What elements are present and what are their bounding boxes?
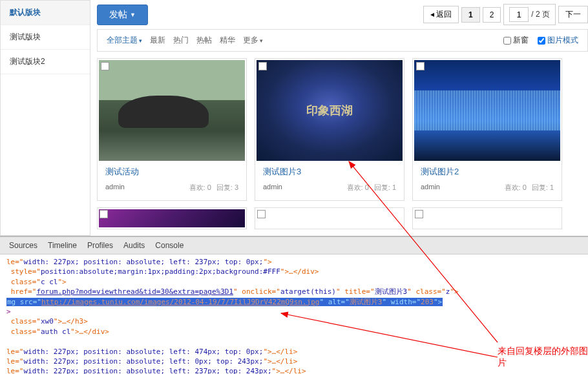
devtools-tab-profiles[interactable]: Profiles (87, 241, 113, 250)
sidebar-item-default[interactable]: 默认版块 (1, 1, 90, 25)
thread-thumbnail (414, 60, 560, 161)
filter-popular[interactable]: 热门 (173, 35, 189, 46)
thread-stats: 喜欢: 0 回复: 3 (189, 183, 239, 192)
pagination: ◂ 返回 1 2 / 2 页 下一 (423, 4, 588, 25)
thread-card-grid: 测试活动 admin 喜欢: 0 回复: 3 印象西湖 测试图片3 admin (97, 52, 588, 207)
thread-card-row2 (97, 207, 588, 236)
thread-stats: 喜欢: 0 回复: 1 (505, 183, 554, 192)
thread-card[interactable] (412, 207, 562, 229)
card-checkbox[interactable] (100, 210, 108, 218)
thread-author[interactable]: admin (421, 183, 440, 192)
pic-mode-checkbox[interactable]: 图片模式 (538, 35, 578, 46)
devtools-tab-console[interactable]: Console (155, 241, 184, 250)
page-total-label: / 2 页 (531, 9, 550, 20)
thread-author[interactable]: admin (105, 183, 125, 192)
thread-thumbnail (99, 60, 245, 161)
post-button[interactable]: 发帖 ▼ (97, 5, 148, 25)
devtools-tab-audits[interactable]: Audits (123, 241, 145, 250)
new-window-checkbox[interactable]: 新窗 (503, 35, 529, 46)
annotation-label: 来自回复楼层的外部图片 (498, 346, 588, 369)
back-button[interactable]: ◂ 返回 (423, 6, 459, 23)
sidebar-item-test2[interactable]: 测试版块2 (1, 50, 90, 74)
filter-more[interactable]: 更多▾ (243, 35, 263, 46)
caret-down-icon: ▾ (139, 37, 142, 44)
thread-thumbnail: 印象西湖 (257, 60, 403, 161)
thread-title[interactable]: 测试图片3 (257, 161, 403, 179)
card-checkbox[interactable] (101, 62, 109, 70)
devtools-tab-timeline[interactable]: Timeline (48, 241, 77, 250)
thread-card[interactable]: 测试活动 admin 喜欢: 0 回复: 3 (97, 58, 247, 201)
filter-hot[interactable]: 热帖 (196, 35, 212, 46)
caret-down-icon: ▼ (130, 12, 136, 18)
thread-card[interactable]: 测试图片2 admin 喜欢: 0 回复: 1 (412, 58, 562, 201)
filter-digest[interactable]: 精华 (220, 35, 235, 46)
next-button[interactable]: 下一 (558, 6, 588, 23)
card-checkbox[interactable] (415, 210, 423, 218)
pic-mode-input[interactable] (538, 37, 545, 45)
forum-sidebar: 默认版块 测试版块 测试版块2 (0, 0, 90, 236)
filter-bar: 全部主题▾ 最新 热门 热帖 精华 更多▾ 新窗 图片模式 (97, 29, 588, 52)
caret-down-icon: ▾ (260, 37, 263, 44)
thread-card[interactable] (255, 207, 404, 229)
card-checkbox[interactable] (257, 210, 266, 218)
devtools-tab-sources[interactable]: Sources (9, 241, 37, 250)
thread-stats: 喜欢: 0 回复: 1 (347, 183, 397, 192)
filter-latest[interactable]: 最新 (150, 35, 165, 46)
thread-card[interactable]: 印象西湖 测试图片3 admin 喜欢: 0 回复: 1 (255, 58, 404, 201)
page-2-button[interactable]: 2 (483, 7, 501, 23)
thread-thumbnail (99, 209, 245, 227)
thread-title[interactable]: 测试图片2 (414, 161, 560, 179)
thread-title[interactable]: 测试活动 (99, 161, 245, 179)
post-button-label: 发帖 (109, 9, 127, 21)
card-checkbox[interactable] (258, 62, 267, 70)
filter-all[interactable]: 全部主题▾ (107, 35, 142, 46)
page-1-button[interactable]: 1 (461, 7, 480, 23)
page-input[interactable] (509, 7, 529, 22)
page-total: / 2 页 (503, 4, 556, 25)
thread-author[interactable]: admin (263, 183, 282, 192)
thread-card[interactable] (97, 207, 247, 229)
new-window-input[interactable] (503, 37, 511, 45)
devtools-tabs: Sources Timeline Profiles Audits Console (0, 237, 588, 255)
card-checkbox[interactable] (416, 62, 425, 70)
sidebar-item-test1[interactable]: 测试版块 (1, 25, 90, 50)
